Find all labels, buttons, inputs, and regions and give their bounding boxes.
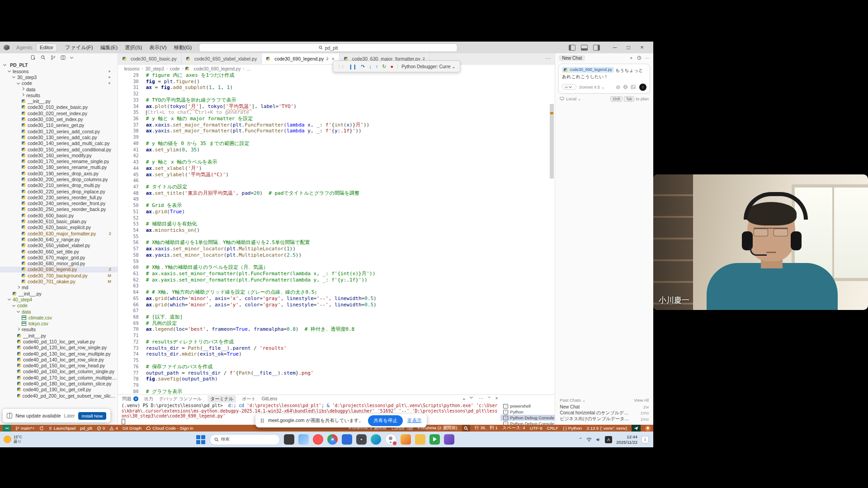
model-dropdown[interactable]: Sonnet 4.5 ⌄ <box>579 84 605 89</box>
code-line[interactable]: 65ax.grid(which='minor', axis='x', color… <box>118 296 555 302</box>
app-blue-icon[interactable] <box>342 434 352 445</box>
explorer-item[interactable]: code30_150_series_add_conditional.py <box>0 146 118 152</box>
taskbar-weather-widget[interactable]: 15°C曇り <box>0 435 71 444</box>
local-dropdown[interactable]: Local ⌄ <box>566 96 581 101</box>
edge-icon[interactable] <box>371 434 381 445</box>
explorer-item[interactable]: code30_180_series_rename_multi.py <box>0 164 118 170</box>
debug-config-dropdown[interactable]: Python Debugger: Curre ⌄ <box>397 64 456 69</box>
explorer-item[interactable]: code30_250_series_reorder_back.py <box>0 206 118 212</box>
explorer-item[interactable]: code40_pd_110_loc_get_value.py <box>0 338 118 344</box>
explorer-item[interactable]: code30_220_series_drop_inplace.py <box>0 188 118 194</box>
close-button[interactable]: × <box>635 44 649 51</box>
meet-icon[interactable] <box>385 434 396 445</box>
maximize-panel-icon[interactable]: ⌃ <box>487 396 491 402</box>
explorer-item[interactable]: code30_110_series_get.py <box>0 122 118 128</box>
pause-icon[interactable]: ❙❙ <box>349 64 357 69</box>
chat-title-tab[interactable]: New Chat <box>559 55 585 61</box>
explorer-item[interactable]: code <box>0 303 118 309</box>
status-item[interactable]: 行 35、列 1 <box>475 425 498 431</box>
paint-icon[interactable] <box>401 434 411 445</box>
code-line[interactable]: 66ax.grid(which='minor', axis='y', color… <box>118 302 555 308</box>
code-line[interactable]: 33# TYOの平均気温を折れ線グラフで表示 <box>118 97 555 103</box>
explorer-item[interactable]: code30_030_set_index.py <box>0 116 118 122</box>
code-line[interactable]: 59 <box>118 258 555 265</box>
explorer-item[interactable]: climate.csv <box>0 314 118 320</box>
code-line[interactable]: 43# y 軸と x 軸のラベルを表示 <box>118 159 555 165</box>
send-button[interactable]: ↑ <box>639 84 646 91</box>
explorer-item[interactable]: code30_630_major_formatter.py2 <box>0 230 118 236</box>
code-line[interactable]: 45ax.set_ylabel('平均気温(°C)') <box>118 172 555 178</box>
terminal-session[interactable]: >Python <box>500 409 555 415</box>
toggle-panel-icon[interactable] <box>581 45 588 51</box>
code-line[interactable]: 41ax.set_ylim(0, 35) <box>118 147 555 153</box>
cloud-icon[interactable]: Cloud Code - Sign in <box>146 426 193 431</box>
tab-editor[interactable]: Editor <box>37 44 57 51</box>
code-line[interactable]: 74results_dir.mkdir(exist_ok=True) <box>118 351 555 357</box>
editor-tab[interactable]: code30_600_basic.py <box>118 53 182 64</box>
more-actions-icon[interactable]: ··· <box>645 56 650 61</box>
code-line[interactable]: 38ax.yaxis.set_major_formatter(plt.FuncF… <box>118 128 555 134</box>
explorer-item[interactable]: lessons <box>0 68 118 74</box>
code-line[interactable]: 70ax.legend(loc='best', frameon=True, fr… <box>118 326 555 333</box>
explorer-item[interactable]: 40_step4 <box>0 296 118 302</box>
remote-icon[interactable]: >< <box>3 425 11 432</box>
explorer-item[interactable]: code40_pd_150_loc_get_row_head.py <box>0 363 118 369</box>
editor-scrollbar[interactable] <box>550 72 554 395</box>
volume-icon[interactable] <box>596 437 601 442</box>
explorer-item[interactable]: code40_pd_200_loc_get_subset_row_slice_c… <box>0 393 118 399</box>
code-line[interactable]: 78fig.savefig(output_path) <box>118 376 555 382</box>
magnifier-icon[interactable] <box>462 425 470 432</box>
terminal-session[interactable]: >Python Debug Console <box>500 421 555 425</box>
terminal-session[interactable]: >Python Debug Console <box>500 415 555 421</box>
explorer-item[interactable]: code30_640_y_range.py <box>0 236 118 242</box>
start-button[interactable] <box>196 435 206 445</box>
more-actions-icon[interactable]: ··· <box>479 396 483 402</box>
panel-tab-GitLens[interactable]: GitLens <box>262 396 277 401</box>
menu-選択(S)[interactable]: 選択(S) <box>122 43 145 52</box>
code-line[interactable]: 53# 補助目盛りを有効化 <box>118 221 555 227</box>
new-file-icon[interactable] <box>31 55 36 60</box>
stop-icon[interactable]: ● <box>391 64 394 69</box>
explorer-item[interactable]: code30_701_okake.pyM <box>0 278 118 284</box>
explorer-item[interactable]: code30_680_minor_grid.py <box>0 261 118 267</box>
more-tabs-icon[interactable]: ··· <box>545 56 551 61</box>
code-line[interactable]: 56# X軸の補助目盛りを1単位間隔、Y軸の補助目盛りを2.5単位間隔で配置 <box>118 239 555 246</box>
past-chat-item[interactable]: New Chat2w <box>560 404 649 410</box>
explorer-item[interactable]: code30_160_series_modify.py <box>0 152 118 158</box>
taskbar-search-input[interactable]: 検索 <box>210 434 280 445</box>
git-branch-icon[interactable] <box>51 55 56 60</box>
explorer-item[interactable]: __init__.py <box>0 291 118 296</box>
notification-count[interactable]: 1 <box>642 436 649 443</box>
scrollbar-thumb[interactable] <box>550 104 554 178</box>
panel-tab-ポート[interactable]: ポート <box>242 396 255 402</box>
explorer-item[interactable]: __init__.py <box>0 333 118 338</box>
editor-tab[interactable]: code30_690_legend.py2× <box>262 53 339 64</box>
error-icon[interactable]: 0 <box>97 426 105 431</box>
explorer-item[interactable]: code30_670_major_grid.py <box>0 254 118 260</box>
explorer-item[interactable]: code30_120_series_add_const.py <box>0 128 118 134</box>
minimize-button[interactable]: ─ <box>608 44 622 51</box>
tray-expand-icon[interactable]: ⌃ <box>579 437 582 442</box>
explorer-item[interactable]: __init__.py <box>0 98 118 104</box>
drag-handle-icon[interactable]: ⋮⋮ <box>337 64 344 69</box>
status-item[interactable]: 3.13.5 ('.venv': venv) <box>586 426 627 431</box>
command-search-input[interactable]: pd_plt <box>199 43 458 52</box>
code-line[interactable]: 29# figure 内に axes を1つだけ作成 <box>118 72 555 79</box>
code-line[interactable]: 39 <box>118 134 555 141</box>
split-editor-icon[interactable] <box>61 55 66 60</box>
menu-編集(E)[interactable]: 編集(E) <box>97 43 121 52</box>
app-dark-icon[interactable] <box>284 434 294 445</box>
attached-file-pill[interactable]: code30_690_legend.py <box>562 67 614 73</box>
code-line[interactable]: 42 <box>118 153 555 159</box>
explorer-item[interactable]: data <box>0 309 118 314</box>
step-over-icon[interactable]: ↷ <box>361 64 365 69</box>
menu-ファイル(F)[interactable]: ファイル(F) <box>62 43 96 52</box>
code-line[interactable]: 75 <box>118 357 555 364</box>
code-line[interactable]: 58ax.yaxis.set_minor_locator(plt.Multipl… <box>118 252 555 258</box>
code-line[interactable]: 46 <box>118 178 555 184</box>
sync-icon[interactable] <box>39 426 44 431</box>
ime-indicator[interactable]: A <box>605 436 612 443</box>
panel-tab-ターミナル[interactable]: ターミナル <box>208 395 236 403</box>
web-icon[interactable] <box>623 84 628 89</box>
explorer-item[interactable]: code30_230_series_reorder_full.py <box>0 194 118 200</box>
